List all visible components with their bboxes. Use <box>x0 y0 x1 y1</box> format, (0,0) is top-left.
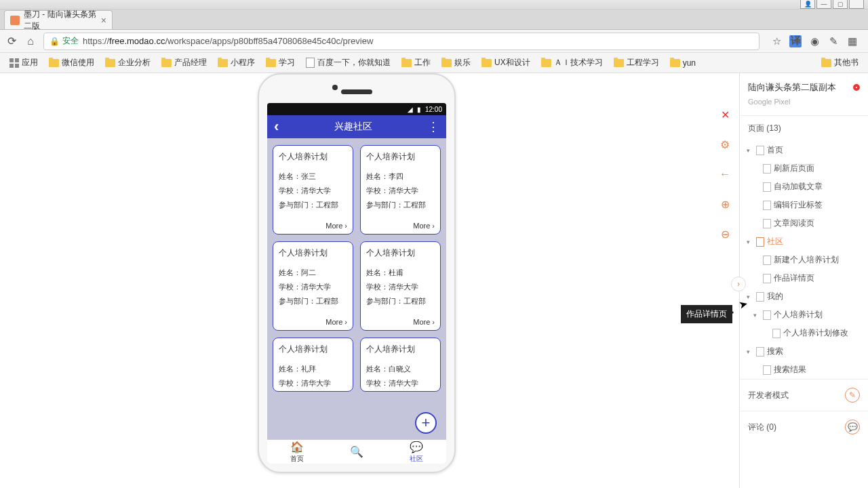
preview-toolbar: ✕ ⚙ ← ⊕ ⊖ <box>711 100 739 248</box>
secure-badge: 🔒 安全 <box>50 35 79 47</box>
window-maximize[interactable]: ▢ <box>833 0 848 9</box>
project-panel: 陆向谦头条第二版副本 Google Pixel 页面 (13) ▾首页刷新后页面… <box>739 73 868 488</box>
dev-mode-icon[interactable]: ✎ <box>845 388 860 403</box>
star-icon[interactable]: ☆ <box>770 35 783 47</box>
bookmark-folder[interactable]: UX和设计 <box>477 55 534 70</box>
close-icon[interactable]: ✕ <box>717 107 732 122</box>
reload-icon[interactable]: ⟳ <box>5 35 18 47</box>
tooltip: 作品详情页 <box>681 305 732 323</box>
bookmark-folder[interactable]: yun <box>666 56 700 70</box>
battery-icon <box>417 106 421 113</box>
tab-home[interactable]: 🏠首页 <box>267 440 327 464</box>
status-bar: 12:00 <box>267 103 446 115</box>
tab-favicon <box>10 16 20 25</box>
translate-icon[interactable]: 译 <box>789 35 802 47</box>
plan-card[interactable]: 个人培养计划姓名：白晓义学校：清华大学参与部门：工程部 <box>360 338 441 392</box>
user-icon[interactable]: 👤 <box>800 0 815 9</box>
page-tree-item[interactable]: ▾社区 <box>744 232 864 251</box>
page-tree-item[interactable]: 作品详情页 <box>744 269 864 287</box>
page-tree-item[interactable]: ▾搜索 <box>744 342 864 361</box>
device-frame: 12:00 兴趣社区 个人培养计划姓名：张三学校：清华大学参与部门：工程部Mor… <box>258 73 456 473</box>
bookmark-folder[interactable]: 企业分析 <box>101 55 155 70</box>
eyedropper-icon[interactable]: ✎ <box>827 35 840 47</box>
window-close[interactable] <box>849 0 864 9</box>
browser-tab[interactable]: 墨刀 - 陆向谦头条第二版 × <box>4 10 113 29</box>
bookmark-folder[interactable]: 产品经理 <box>157 55 211 70</box>
lock-icon: 🔒 <box>50 37 60 46</box>
gear-icon[interactable]: ⚙ <box>717 137 732 152</box>
more-link[interactable]: More › <box>279 222 347 230</box>
device-label: Google Pixel <box>748 98 860 106</box>
url-text: https://free.modao.cc/workspace/apps/p80… <box>83 36 373 46</box>
page-tree-item[interactable]: 刷新后页面 <box>744 159 864 178</box>
window-minimize[interactable]: — <box>816 0 831 9</box>
bookmark-folder[interactable]: 工程学习 <box>610 55 663 70</box>
back-icon[interactable] <box>274 118 279 136</box>
bookmark-folder[interactable]: 微信使用 <box>45 55 98 70</box>
fab-add-button[interactable]: + <box>415 412 437 434</box>
page-tree: ▾首页刷新后页面自动加载文章编辑行业标签文章阅读页▾社区新建个人培养计划作品详情… <box>740 141 868 379</box>
page-tree-item[interactable]: 个人培养计划修改 <box>744 324 864 342</box>
page-tree-item[interactable]: ▾首页 <box>744 141 864 159</box>
device-camera <box>332 85 338 90</box>
plan-card[interactable]: 个人培养计划姓名：阿二学校：清华大学参与部门：工程部More › <box>273 241 353 331</box>
status-time: 12:00 <box>425 106 442 113</box>
app-body: 个人培养计划姓名：张三学校：清华大学参与部门：工程部More ›个人培养计划姓名… <box>267 138 446 439</box>
page-tree-item[interactable]: 编辑行业标签 <box>744 196 864 214</box>
plan-card[interactable]: 个人培养计划姓名：杜甫学校：清华大学参与部门：工程部More › <box>360 241 441 331</box>
signal-icon <box>408 106 413 113</box>
home-tab-icon: 🏠 <box>290 441 304 453</box>
page-tree-item[interactable]: 新建个人培养计划 <box>744 251 864 269</box>
bookmark-page[interactable]: 百度一下，你就知道 <box>302 55 395 70</box>
browser-tab-bar: 墨刀 - 陆向谦头条第二版 × <box>0 9 868 30</box>
more-link[interactable]: More › <box>279 318 347 326</box>
bookmark-overflow[interactable]: 其他书 <box>817 55 863 70</box>
bookmark-folder[interactable]: 小程序 <box>214 55 259 70</box>
project-name: 陆向谦头条第二版副本 <box>748 81 836 94</box>
bookmark-folder[interactable]: 娱乐 <box>437 55 475 70</box>
page-tree-item[interactable]: 自动加载文章 <box>744 178 864 196</box>
plan-card[interactable]: 个人培养计划姓名：李四学校：清华大学参与部门：工程部More › <box>360 145 441 235</box>
comments-label[interactable]: 评论 (0) <box>748 422 776 433</box>
plan-card[interactable]: 个人培养计划姓名：礼拜学校：清华大学参与部门：工程部 <box>273 338 353 392</box>
bookmark-folder[interactable]: 工作 <box>397 55 435 70</box>
app-title: 兴趣社区 <box>334 121 372 133</box>
url-field[interactable]: 🔒 安全 https://free.modao.cc/workspace/app… <box>43 33 760 50</box>
address-bar: ⟳ ⌂ 🔒 安全 https://free.modao.cc/workspace… <box>0 30 868 53</box>
home-icon[interactable]: ⌂ <box>24 35 37 47</box>
device-speaker <box>341 89 372 94</box>
bookmark-bar: 应用 微信使用 企业分析 产品经理 小程序 学习 百度一下，你就知道 工作 娱乐… <box>0 53 868 73</box>
tab-community[interactable]: 💬社区 <box>387 440 446 464</box>
comments-icon[interactable]: 💬 <box>845 420 860 434</box>
tab-search[interactable]: 🔍 <box>327 440 387 464</box>
record-icon[interactable] <box>853 84 860 91</box>
menu-icon[interactable] <box>427 119 439 134</box>
extension-icon[interactable]: ◉ <box>808 35 821 47</box>
bookmark-folder[interactable]: ＡＩ技术学习 <box>537 55 607 70</box>
community-tab-icon: 💬 <box>410 441 423 453</box>
tab-close-icon[interactable]: × <box>101 15 106 26</box>
grid-icon[interactable]: ▦ <box>846 35 859 47</box>
back-arrow-icon[interactable]: ← <box>717 167 732 182</box>
dev-mode-label[interactable]: 开发者模式 <box>748 390 789 401</box>
window-titlebar: 👤 — ▢ <box>0 0 868 9</box>
zoom-out-icon[interactable]: ⊖ <box>717 226 732 241</box>
pages-header: 页面 (13) <box>740 116 868 141</box>
plan-card[interactable]: 个人培养计划姓名：张三学校：清华大学参与部门：工程部More › <box>273 145 353 235</box>
apps-button[interactable]: 应用 <box>5 55 42 70</box>
zoom-in-icon[interactable]: ⊕ <box>717 197 732 211</box>
search-icon: 🔍 <box>350 445 363 458</box>
app-tabbar: 🏠首页 🔍 💬社区 <box>267 439 446 464</box>
device-screen: 12:00 兴趣社区 个人培养计划姓名：张三学校：清华大学参与部门：工程部Mor… <box>267 103 446 464</box>
page-tree-item[interactable]: 文章阅读页 <box>744 214 864 232</box>
more-link[interactable]: More › <box>366 222 435 230</box>
page-tree-item[interactable]: ▾我的 <box>744 287 864 306</box>
page-tree-item[interactable]: 搜索结果 <box>744 361 864 379</box>
bookmark-folder[interactable]: 学习 <box>262 55 299 70</box>
app-header: 兴趣社区 <box>267 115 446 138</box>
tab-title: 墨刀 - 陆向谦头条第二版 <box>24 9 97 32</box>
more-link[interactable]: More › <box>366 318 435 326</box>
collapse-panel-icon[interactable]: › <box>731 277 746 291</box>
page-tree-item[interactable]: ▾个人培养计划 <box>744 306 864 324</box>
